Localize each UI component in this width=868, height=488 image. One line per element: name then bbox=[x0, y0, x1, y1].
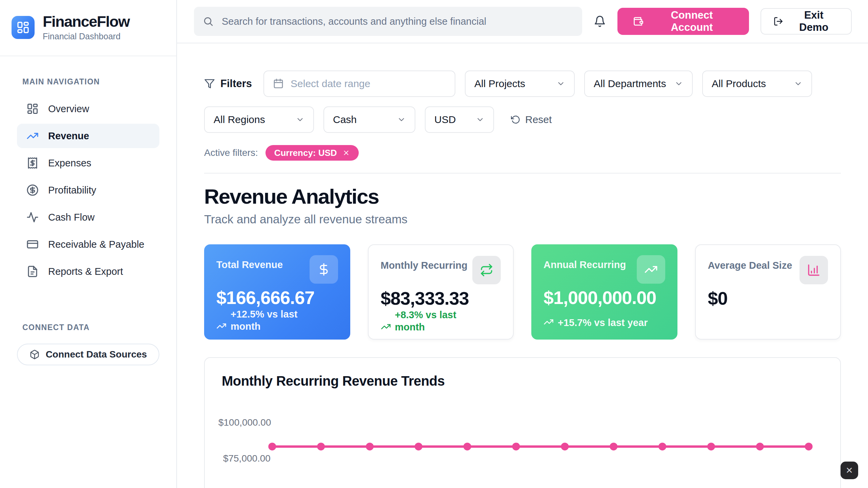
metric-change: +15.7% vs last year bbox=[544, 317, 665, 329]
section-divider bbox=[204, 173, 841, 174]
sidebar-item-label: Expenses bbox=[48, 158, 91, 169]
currency-select[interactable]: USD bbox=[425, 106, 494, 133]
metric-icon-box bbox=[472, 256, 501, 284]
search-icon bbox=[203, 16, 214, 27]
data-point-marker[interactable] bbox=[756, 443, 764, 450]
brand-name: FinanceFlow bbox=[43, 14, 130, 29]
payment-type-select[interactable]: Cash bbox=[323, 106, 415, 133]
connect-data-sources-label: Connect Data Sources bbox=[46, 349, 147, 360]
metric-value: $0 bbox=[708, 288, 828, 309]
sidebar-item-expenses[interactable]: Expenses bbox=[17, 151, 159, 175]
circle-dollar-icon bbox=[26, 184, 39, 196]
metric-cards: Total Revenue $166,666.67 +12.5% vs last… bbox=[204, 244, 841, 340]
data-point-marker[interactable] bbox=[415, 443, 422, 450]
metric-title: Total Revenue bbox=[216, 259, 283, 270]
dismiss-overlay-button[interactable]: ✕ bbox=[841, 462, 858, 479]
currency-select-value: USD bbox=[434, 114, 456, 125]
repeat-icon bbox=[480, 263, 493, 277]
notifications-button[interactable] bbox=[594, 15, 606, 27]
data-point-marker[interactable] bbox=[512, 443, 520, 450]
page-content: Filters Select date range All Projects A… bbox=[177, 43, 868, 488]
metric-card-total-revenue: Total Revenue $166,666.67 +12.5% vs last… bbox=[204, 244, 350, 340]
sidebar-item-label: Reports & Export bbox=[48, 266, 123, 277]
data-point-marker[interactable] bbox=[561, 443, 569, 450]
sidebar-item-label: Cash Flow bbox=[48, 212, 95, 223]
sidebar-item-profitability[interactable]: Profitability bbox=[17, 178, 159, 202]
file-text-icon bbox=[26, 265, 39, 278]
exit-demo-button[interactable]: Exit Demo bbox=[761, 8, 852, 35]
products-select[interactable]: All Products bbox=[702, 70, 812, 97]
chevron-down-icon bbox=[674, 79, 683, 88]
line-series bbox=[268, 443, 812, 450]
departments-select[interactable]: All Departments bbox=[584, 70, 693, 97]
chevron-down-icon bbox=[397, 115, 406, 124]
reset-filters-button[interactable]: Reset bbox=[511, 114, 552, 125]
layout-dashboard-icon bbox=[26, 103, 39, 115]
sidebar-item-label: Profitability bbox=[48, 185, 96, 196]
data-point-marker[interactable] bbox=[707, 443, 715, 450]
metric-title: Average Deal Size bbox=[708, 260, 792, 271]
connect-data-sources-button[interactable]: Connect Data Sources bbox=[17, 344, 159, 365]
metric-change-text: +15.7% vs last year bbox=[558, 317, 648, 329]
metric-change: +8.3% vs last month bbox=[381, 309, 501, 333]
close-icon[interactable] bbox=[342, 149, 350, 157]
sidebar-item-label: Receivable & Payable bbox=[48, 239, 144, 250]
sidebar-item-cash-flow[interactable]: Cash Flow bbox=[17, 205, 159, 229]
bar-chart-icon bbox=[807, 263, 821, 277]
y-axis-tick: $100,000.00 bbox=[218, 417, 271, 428]
connect-data-section-label: CONNECT DATA bbox=[22, 323, 176, 332]
mrr-line-chart[interactable]: $100,000.00 $75,000.00 bbox=[218, 397, 827, 488]
log-out-icon bbox=[773, 16, 783, 26]
metric-change-text: +12.5% vs last month bbox=[231, 308, 312, 333]
sidebar-item-label: Revenue bbox=[48, 130, 89, 142]
app-root: FinanceFlow Financial Dashboard MAIN NAV… bbox=[0, 0, 868, 488]
data-point-marker[interactable] bbox=[658, 443, 666, 450]
metric-value: $166,666.67 bbox=[216, 287, 338, 308]
dollar-icon bbox=[317, 263, 331, 276]
data-point-marker[interactable] bbox=[463, 443, 471, 450]
active-filter-chip-currency[interactable]: Currency: USD bbox=[265, 145, 359, 161]
data-point-marker[interactable] bbox=[366, 443, 374, 450]
projects-select-value: All Projects bbox=[474, 78, 525, 89]
top-bar: Connect Account Exit Demo bbox=[177, 0, 868, 43]
connect-account-label: Connect Account bbox=[650, 9, 734, 34]
mrr-trends-card: Monthly Recurring Revenue Trends $100,00… bbox=[204, 357, 841, 488]
projects-select[interactable]: All Projects bbox=[465, 70, 575, 97]
funnel-icon bbox=[204, 78, 215, 89]
main-navigation: MAIN NAVIGATION Overview Revenue bbox=[0, 56, 176, 286]
data-point-marker[interactable] bbox=[805, 443, 813, 450]
sidebar-item-receivable-payable[interactable]: Receivable & Payable bbox=[17, 232, 159, 257]
nav-section-label: MAIN NAVIGATION bbox=[22, 77, 159, 86]
calendar-icon bbox=[273, 78, 284, 89]
trending-up-icon bbox=[644, 263, 658, 276]
data-point-marker[interactable] bbox=[317, 443, 325, 450]
metric-value: $1,000,000.00 bbox=[544, 287, 665, 308]
regions-select[interactable]: All Regions bbox=[204, 106, 314, 133]
date-range-placeholder: Select date range bbox=[291, 78, 370, 89]
chevron-down-icon bbox=[476, 115, 485, 124]
main-area: Connect Account Exit Demo Filters bbox=[177, 0, 868, 488]
receipt-icon bbox=[26, 157, 39, 169]
rotate-ccw-icon bbox=[511, 115, 520, 124]
active-filter-chip-label: Currency: USD bbox=[274, 148, 337, 158]
connect-account-button[interactable]: Connect Account bbox=[617, 8, 749, 35]
metric-card-average-deal-size: Average Deal Size $0 bbox=[695, 244, 841, 340]
sidebar-item-overview[interactable]: Overview bbox=[17, 97, 159, 121]
active-filters-label: Active filters: bbox=[204, 147, 258, 158]
products-select-value: All Products bbox=[712, 78, 766, 89]
data-point-marker[interactable] bbox=[610, 443, 617, 450]
data-point-marker[interactable] bbox=[268, 443, 276, 450]
regions-select-value: All Regions bbox=[214, 114, 265, 125]
departments-select-value: All Departments bbox=[594, 78, 666, 89]
chart-title: Monthly Recurring Revenue Trends bbox=[218, 373, 827, 389]
sidebar-item-reports-export[interactable]: Reports & Export bbox=[17, 259, 159, 284]
metric-icon-box bbox=[800, 256, 828, 284]
metric-card-annual-recurring: Annual Recurring $1,000,000.00 +15.7% vs… bbox=[531, 244, 677, 340]
date-range-picker[interactable]: Select date range bbox=[263, 70, 455, 97]
y-axis-tick: $75,000.00 bbox=[223, 453, 271, 464]
search-input[interactable] bbox=[194, 7, 582, 36]
sidebar-item-revenue[interactable]: Revenue bbox=[17, 124, 159, 148]
metric-title: Annual Recurring bbox=[544, 259, 626, 270]
reset-label: Reset bbox=[525, 114, 552, 125]
activity-icon bbox=[26, 211, 39, 223]
